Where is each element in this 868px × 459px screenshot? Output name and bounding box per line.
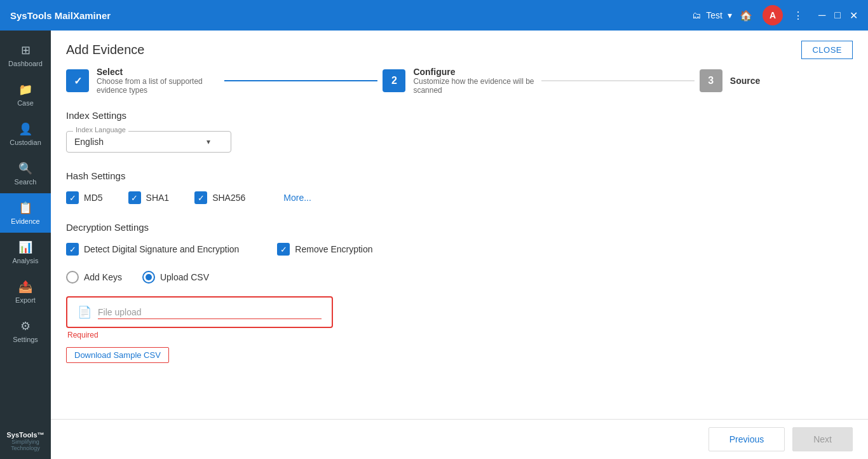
- file-upload-inner: 📄: [78, 305, 322, 319]
- sidebar-item-settings[interactable]: ⚙ Settings: [0, 312, 51, 351]
- page-header: Add Evidence CLOSE: [51, 31, 868, 67]
- sidebar-item-custodian[interactable]: 👤 Custodian: [0, 114, 51, 154]
- download-sample-csv-link[interactable]: Download Sample CSV: [66, 347, 169, 363]
- content-area: Add Evidence CLOSE ✓ Select Choose from …: [51, 31, 868, 459]
- evidence-icon: 📋: [18, 201, 32, 215]
- step-info-configure: Configure Customize how the evidence wil…: [413, 67, 536, 95]
- md5-checkbox[interactable]: ✓: [66, 191, 79, 204]
- detect-digital-checkbox[interactable]: ✓: [66, 243, 79, 256]
- sidebar-item-export[interactable]: 📤 Export: [0, 272, 51, 312]
- sha256-checkbox[interactable]: ✓: [194, 191, 207, 204]
- step-desc-configure: Customize how the evidence will be scann…: [413, 77, 536, 95]
- key-options-row: Add Keys Upload CSV: [66, 271, 853, 284]
- footer: Previous Next: [51, 419, 868, 459]
- sidebar-label-dashboard: Dashboard: [8, 60, 43, 67]
- file-upload-wrapper: 📄: [66, 296, 333, 328]
- radio-selected-indicator: [146, 274, 152, 280]
- step-name-configure: Configure: [413, 67, 536, 77]
- step-configure: 2 Configure Customize how the evidence w…: [383, 67, 536, 95]
- step-info-source: Source: [730, 76, 853, 86]
- app-name: SysTools MailXaminer: [10, 10, 684, 21]
- detect-digital-label: Detect Digital Signature and Encryption: [84, 244, 239, 254]
- file-upload-input[interactable]: [98, 306, 322, 319]
- title-bar-icons: 🏠 A ⋮ ─ □ ✕: [740, 5, 858, 25]
- next-button[interactable]: Next: [792, 427, 853, 451]
- page-title: Add Evidence: [66, 43, 144, 57]
- sidebar-label-custodian: Custodian: [10, 139, 41, 146]
- upload-csv-label: Upload CSV: [160, 272, 209, 282]
- export-icon: 📤: [18, 280, 32, 294]
- case-info: 🗂 Test ▾: [692, 10, 732, 20]
- sha256-label: SHA256: [212, 193, 245, 203]
- step-info-select: Select Choose from a list of supported e…: [97, 67, 219, 95]
- upload-csv-option[interactable]: Upload CSV: [142, 271, 209, 284]
- window-controls: ─ □ ✕: [818, 10, 858, 22]
- sha1-label: SHA1: [146, 193, 170, 203]
- dropdown-icon[interactable]: ▾: [728, 10, 732, 20]
- step-line-1: [224, 80, 377, 81]
- sidebar-label-export: Export: [15, 296, 36, 304]
- step-circle-configure: 2: [383, 69, 405, 92]
- decryption-settings-title: Decryption Settings: [66, 222, 853, 233]
- close-window-button[interactable]: ✕: [850, 10, 858, 22]
- index-settings-title: Index Settings: [66, 110, 853, 121]
- case-icon: 🗂: [692, 10, 701, 20]
- sidebar-label-search: Search: [15, 178, 37, 186]
- decryption-settings-section: Decryption Settings ✓ Detect Digital Sig…: [66, 222, 853, 256]
- step-source: 3 Source: [700, 69, 853, 92]
- sidebar-item-analysis[interactable]: 📊 Analysis: [0, 233, 51, 272]
- close-button[interactable]: CLOSE: [801, 41, 853, 59]
- stepper: ✓ Select Choose from a list of supported…: [51, 67, 868, 105]
- form-scroll: Index Settings Index Language English ▾ …: [51, 105, 868, 419]
- hash-sha1-item: ✓ SHA1: [128, 191, 170, 204]
- remove-encryption-label: Remove Encryption: [295, 244, 372, 254]
- file-upload-icon: 📄: [78, 305, 92, 319]
- case-icon: 📁: [18, 83, 32, 97]
- sidebar-logo: SysTools™ Simplifying Technology: [0, 423, 52, 459]
- hash-settings-section: Hash Settings ✓ MD5 ✓ SHA1 ✓ SHA256 More…: [66, 170, 853, 204]
- step-circle-select: ✓: [66, 69, 89, 92]
- hash-md5-item: ✓ MD5: [66, 191, 103, 204]
- settings-icon: ⚙: [20, 319, 31, 333]
- sidebar-label-evidence: Evidence: [11, 217, 39, 225]
- sidebar-label-analysis: Analysis: [13, 257, 39, 264]
- more-icon[interactable]: ⋮: [793, 10, 803, 22]
- sidebar-item-search[interactable]: 🔍 Search: [0, 154, 51, 193]
- search-icon: 🔍: [18, 161, 32, 175]
- decryption-row: ✓ Detect Digital Signature and Encryptio…: [66, 243, 853, 256]
- md5-label: MD5: [84, 193, 103, 203]
- analysis-icon: 📊: [18, 240, 32, 254]
- title-bar: SysTools MailXaminer 🗂 Test ▾ 🏠 A ⋮ ─ □ …: [0, 0, 868, 31]
- sidebar-item-evidence[interactable]: 📋 Evidence: [0, 193, 51, 233]
- step-circle-source: 3: [700, 69, 722, 92]
- maximize-button[interactable]: □: [834, 10, 841, 22]
- remove-encryption-checkbox[interactable]: ✓: [277, 243, 290, 256]
- sidebar-label-settings: Settings: [13, 336, 38, 343]
- chevron-down-icon: ▾: [207, 137, 210, 146]
- language-value: English: [74, 137, 104, 147]
- sidebar-item-case[interactable]: 📁 Case: [0, 75, 51, 114]
- sidebar-item-dashboard[interactable]: ⊞ Dashboard: [0, 36, 51, 75]
- minimize-button[interactable]: ─: [818, 10, 825, 22]
- remove-encryption-item: ✓ Remove Encryption: [277, 243, 372, 256]
- main-layout: ⊞ Dashboard 📁 Case 👤 Custodian 🔍 Search …: [0, 31, 868, 459]
- logo-text: SysTools™: [6, 431, 44, 439]
- add-keys-option[interactable]: Add Keys: [66, 271, 122, 284]
- add-keys-radio[interactable]: [66, 271, 79, 284]
- upload-csv-radio[interactable]: [142, 271, 155, 284]
- detect-digital-item: ✓ Detect Digital Signature and Encryptio…: [66, 243, 239, 256]
- previous-button[interactable]: Previous: [709, 427, 785, 451]
- step-name-source: Source: [730, 76, 853, 86]
- sha1-checkbox[interactable]: ✓: [128, 191, 141, 204]
- index-settings-section: Index Settings Index Language English ▾: [66, 110, 853, 153]
- custodian-icon: 👤: [18, 122, 32, 136]
- hash-settings-title: Hash Settings: [66, 170, 853, 181]
- dashboard-icon: ⊞: [21, 43, 31, 57]
- avatar[interactable]: A: [763, 5, 783, 25]
- home-icon[interactable]: 🏠: [740, 10, 752, 22]
- sidebar-label-case: Case: [17, 99, 34, 107]
- language-dropdown[interactable]: Index Language English ▾: [66, 131, 231, 153]
- more-link[interactable]: More...: [283, 193, 311, 203]
- hash-sha256-item: ✓ SHA256: [194, 191, 245, 204]
- step-line-2: [541, 80, 695, 81]
